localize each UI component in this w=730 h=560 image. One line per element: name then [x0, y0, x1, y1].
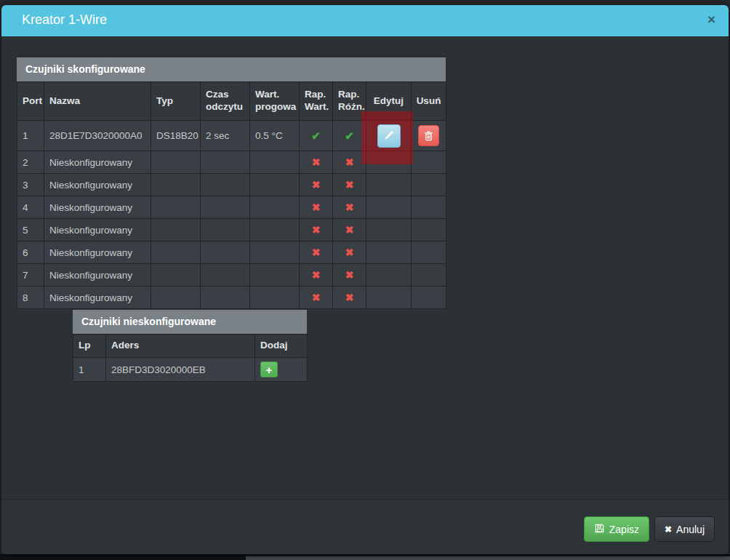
cross-icon: ✖ [345, 292, 354, 303]
col-header-czas: Czas odczytu [201, 82, 250, 121]
unconfigured-sensors-caption: Czujniki nieskonfigurowane [73, 310, 307, 334]
type-cell: DS18B20 [151, 121, 201, 151]
configured-sensors-section: Czujniki skonfigurowane Port Nazwa Typ C… [17, 57, 446, 309]
cross-icon: ✖ [312, 292, 321, 303]
cross-icon: ✖ [345, 224, 354, 236]
report-value-cell: ✔ [300, 121, 333, 151]
port-cell: 2 [17, 151, 44, 174]
col-header-usun: Usuń [412, 82, 446, 121]
cross-icon: ✖ [312, 179, 321, 191]
save-button[interactable]: Zapisz [584, 516, 649, 542]
port-cell: 5 [17, 219, 44, 241]
unconfigured-sensors-section: Czujniki nieskonfigurowane Lp Aders Doda… [73, 310, 307, 382]
footer-buttons: Zapisz ✖ Anuluj [584, 516, 715, 542]
cross-icon: ✖ [312, 201, 321, 213]
port-cell: 4 [17, 196, 44, 219]
add-cell: + [255, 358, 308, 382]
col-header-rap-wart: Rap. Wart. [300, 82, 333, 121]
name-cell: Nieskonfigurowany [44, 287, 151, 309]
table-row: 1 28BFD3D3020000EB + [73, 358, 308, 382]
name-cell: Nieskonfigurowany [44, 196, 151, 219]
cancel-x-icon: ✖ [665, 524, 672, 535]
dialog-footer: Zapisz ✖ Anuluj [1, 499, 729, 554]
cancel-button-label: Anuluj [676, 524, 705, 535]
table-row: 6 Nieskonfigurowany ✖ ✖ [17, 241, 446, 264]
col-header-edytuj: Edytuj [366, 82, 412, 121]
edit-cell [366, 121, 412, 151]
cross-icon: ✖ [345, 156, 354, 168]
table-row: 7 Nieskonfigurowany ✖ ✖ [17, 264, 446, 287]
delete-cell [412, 121, 446, 151]
configured-sensors-caption: Czujniki skonfigurowane [17, 57, 446, 81]
threshold-cell: 0.5 °C [250, 121, 300, 151]
table-row: 5 Nieskonfigurowany ✖ ✖ [17, 219, 446, 241]
plus-icon: + [266, 364, 273, 375]
port-cell: 7 [17, 264, 44, 287]
dialog-title: Kreator 1-Wire [22, 12, 107, 28]
cross-icon: ✖ [345, 201, 354, 213]
cross-icon: ✖ [312, 269, 321, 281]
table-row: 3 Nieskonfigurowany ✖ ✖ [17, 174, 446, 196]
trash-icon [424, 131, 433, 141]
cross-icon: ✖ [312, 224, 321, 236]
cross-icon: ✖ [312, 156, 321, 168]
name-cell: Nieskonfigurowany [44, 241, 151, 264]
col-header-dodaj: Dodaj [255, 335, 308, 358]
col-header-wart: Wart. progowa [250, 82, 300, 121]
table-row: 8 Nieskonfigurowany ✖ ✖ [17, 287, 446, 309]
port-cell: 1 [17, 121, 44, 151]
save-button-label: Zapisz [609, 524, 639, 535]
col-header-aders: Aders [106, 335, 255, 358]
pencil-icon [383, 130, 394, 141]
name-cell: Nieskonfigurowany [44, 174, 151, 196]
port-cell: 3 [17, 174, 44, 196]
col-header-typ: Typ [151, 82, 201, 121]
add-button[interactable]: + [260, 361, 278, 377]
name-cell: Nieskonfigurowany [44, 264, 151, 287]
read-time-cell: 2 sec [201, 121, 250, 151]
save-icon [594, 523, 605, 536]
configured-sensors-table: Port Nazwa Typ Czas odczytu Wart. progow… [17, 81, 446, 309]
lp-cell: 1 [73, 358, 106, 382]
table-row-configured: 1 28D1E7D3020000A0 DS18B20 2 sec 0.5 °C … [17, 121, 446, 151]
port-cell: 6 [17, 241, 44, 264]
backdrop-bottom-bar [246, 556, 730, 560]
report-diff-cell: ✔ [333, 121, 366, 151]
col-header-rap-rozn: Rap. Różn. [333, 82, 366, 121]
address-cell: 28BFD3D3020000EB [106, 358, 255, 382]
delete-button[interactable] [418, 125, 439, 146]
cancel-button[interactable]: ✖ Anuluj [654, 516, 715, 542]
check-icon: ✔ [345, 129, 354, 142]
cross-icon: ✖ [345, 179, 354, 191]
table-row: 4 Nieskonfigurowany ✖ ✖ [17, 196, 446, 219]
table-row: 2 Nieskonfigurowany ✖ ✖ [17, 151, 446, 174]
name-cell: 28D1E7D3020000A0 [44, 121, 151, 151]
cross-icon: ✖ [345, 247, 354, 258]
col-header-port: Port [17, 82, 44, 121]
port-cell: 8 [17, 287, 44, 309]
check-icon: ✔ [311, 129, 321, 142]
close-icon[interactable]: × [707, 12, 715, 28]
unconfigured-sensors-table: Lp Aders Dodaj 1 28BFD3D3020000EB + [73, 334, 308, 382]
dialog-header: Kreator 1-Wire × [1, 5, 729, 36]
edit-button[interactable] [377, 124, 401, 148]
name-cell: Nieskonfigurowany [44, 219, 151, 241]
col-header-nazwa: Nazwa [44, 82, 151, 121]
name-cell: Nieskonfigurowany [44, 151, 151, 174]
col-header-lp: Lp [73, 335, 106, 358]
cross-icon: ✖ [312, 247, 321, 258]
cross-icon: ✖ [345, 269, 354, 281]
